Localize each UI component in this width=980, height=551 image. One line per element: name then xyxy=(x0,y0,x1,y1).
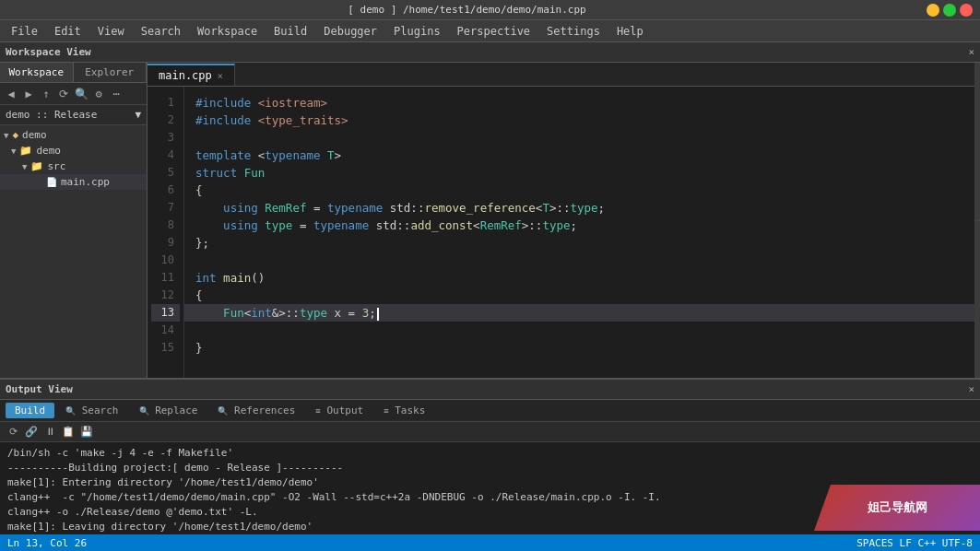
window-close-button[interactable] xyxy=(960,4,973,17)
app-body: Workspace View × Workspace Explorer ◀ ▶ … xyxy=(0,42,980,551)
tb-up-icon[interactable]: ↑ xyxy=(39,87,53,101)
root-icon: ◆ xyxy=(12,129,18,141)
menu-debugger[interactable]: Debugger xyxy=(316,23,384,40)
file-icon: 📄 xyxy=(46,177,57,187)
splitter-dots: ⋮ xyxy=(974,217,981,224)
line-num-6: 6 xyxy=(151,182,180,199)
menu-workspace[interactable]: Workspace xyxy=(190,23,265,40)
output-line-0: /bin/sh -c 'make -j 4 -e -f Makefile' xyxy=(7,446,973,461)
line-num-5: 5 xyxy=(151,164,180,182)
sidebar: Workspace Explorer ◀ ▶ ↑ ⟳ 🔍 ⚙ ⋯ demo ::… xyxy=(0,63,148,378)
menu-build[interactable]: Build xyxy=(266,23,314,40)
project-name: demo :: Release xyxy=(6,109,97,121)
out-tb-copy[interactable]: 📋 xyxy=(61,425,76,440)
sidebar-tab-explorer[interactable]: Explorer xyxy=(74,63,148,82)
editor-area: main.cpp × 1 2 3 4 5 6 7 8 9 10 11 xyxy=(148,63,974,378)
line-numbers: 1 2 3 4 5 6 7 8 9 10 11 12 13 14 15 xyxy=(148,87,184,378)
output-close-button[interactable]: × xyxy=(968,383,974,395)
menu-plugins[interactable]: Plugins xyxy=(386,23,448,40)
line-num-10: 10 xyxy=(151,252,180,269)
tb-settings-icon[interactable]: ⚙ xyxy=(91,87,106,101)
line-num-1: 1 xyxy=(151,94,180,111)
folder-icon: 📁 xyxy=(30,160,43,172)
minimize-button[interactable] xyxy=(927,4,939,17)
title-text: [ demo ] /home/test1/demo/demo/main.cpp xyxy=(7,4,927,16)
out-tb-link[interactable]: 🔗 xyxy=(24,425,39,440)
arrow-icon: ▼ xyxy=(4,131,8,140)
output-tab-output[interactable]: ≡ Output xyxy=(306,403,372,418)
line-num-15: 15 xyxy=(151,339,180,357)
replace-icon: 🔍 xyxy=(139,406,149,416)
title-bar: [ demo ] /home/test1/demo/demo/main.cpp xyxy=(0,0,980,20)
line-num-2: 2 xyxy=(151,111,180,129)
editor-scroll[interactable]: 1 2 3 4 5 6 7 8 9 10 11 12 13 14 15 #inc… xyxy=(148,87,974,378)
arrow-icon: ▼ xyxy=(11,147,16,156)
output-tabs: Build 🔍 Search 🔍 Replace 🔍 References ≡ … xyxy=(0,400,980,422)
out-tb-pause[interactable]: ⏸ xyxy=(42,425,57,440)
project-selector-arrow: ▼ xyxy=(135,109,141,121)
line-num-4: 4 xyxy=(151,147,180,164)
output-icon: ≡ xyxy=(315,406,320,416)
menu-view[interactable]: View xyxy=(90,23,132,40)
output-tab-tasks[interactable]: ≡ Tasks xyxy=(374,403,434,418)
tree-item-label: src xyxy=(47,160,65,172)
watermark: 姐己导航网 xyxy=(814,485,980,531)
editor-tabs: main.cpp × xyxy=(148,63,974,87)
project-selector[interactable]: demo :: Release ▼ xyxy=(0,105,147,125)
menu-settings[interactable]: Settings xyxy=(539,23,608,40)
output-toolbar: ⟳ 🔗 ⏸ 📋 💾 xyxy=(0,422,980,442)
output-line-2: make[1]: Entering directory '/home/test1… xyxy=(7,475,973,490)
status-right: SPACES LF C++ UTF-8 xyxy=(856,537,973,549)
status-left: Ln 13, Col 26 xyxy=(7,537,87,549)
out-tb-save[interactable]: 💾 xyxy=(79,425,94,440)
cursor-position: Ln 13, Col 26 xyxy=(7,537,87,549)
maximize-button[interactable] xyxy=(943,4,956,17)
tree-item-src-folder[interactable]: ▼ 📁 src xyxy=(0,158,147,174)
sidebar-tabs: Workspace Explorer xyxy=(0,63,147,83)
tree-item-label: demo xyxy=(36,145,61,157)
output-header: Output View × xyxy=(0,380,980,400)
output-tab-search[interactable]: 🔍 Search xyxy=(56,403,127,418)
sidebar-tab-workspace[interactable]: Workspace xyxy=(0,63,74,82)
out-tb-refresh[interactable]: ⟳ xyxy=(6,425,20,440)
search-icon-small: 🔍 xyxy=(65,406,76,416)
menu-search[interactable]: Search xyxy=(134,23,188,40)
content-area: Workspace Explorer ◀ ▶ ↑ ⟳ 🔍 ⚙ ⋯ demo ::… xyxy=(0,63,980,378)
tree-item-demo-folder[interactable]: ▼ 📁 demo xyxy=(0,143,147,158)
output-tab-replace[interactable]: 🔍 Replace xyxy=(130,403,207,418)
right-splitter[interactable]: ⋮ xyxy=(974,63,980,378)
tree-item-root[interactable]: ▼ ◆ demo xyxy=(0,127,147,143)
sidebar-toolbar: ◀ ▶ ↑ ⟳ 🔍 ⚙ ⋯ xyxy=(0,83,147,105)
ref-icon: 🔍 xyxy=(218,406,228,416)
tb-refresh-icon[interactable]: ⟳ xyxy=(56,87,71,101)
line-num-7: 7 xyxy=(151,199,180,217)
tb-back-icon[interactable]: ◀ xyxy=(4,87,18,101)
workspace-view-close[interactable]: × xyxy=(968,46,974,58)
code-content[interactable]: #include <iostream> #include <type_trait… xyxy=(184,87,974,378)
status-bar: Ln 13, Col 26 SPACES LF C++ UTF-8 xyxy=(0,534,980,551)
window-controls xyxy=(927,4,973,17)
folder-icon: 📁 xyxy=(19,145,32,157)
menu-edit[interactable]: Edit xyxy=(47,23,89,40)
output-tab-references[interactable]: 🔍 References xyxy=(208,403,304,418)
line-num-8: 8 xyxy=(151,217,180,234)
menu-file[interactable]: File xyxy=(4,23,45,40)
encoding-info: SPACES LF C++ UTF-8 xyxy=(856,537,973,549)
line-num-14: 14 xyxy=(151,322,180,339)
workspace-view-title: Workspace View xyxy=(6,46,91,58)
tree-item-label: main.cpp xyxy=(61,176,110,188)
output-tab-build[interactable]: Build xyxy=(6,403,54,418)
tree-item-main-cpp[interactable]: 📄 main.cpp xyxy=(0,174,147,190)
tb-forward-icon[interactable]: ▶ xyxy=(21,87,36,101)
arrow-icon: ▼ xyxy=(22,162,27,171)
tab-label: main.cpp xyxy=(159,69,212,82)
menu-help[interactable]: Help xyxy=(609,23,651,40)
tab-close-button[interactable]: × xyxy=(218,71,223,81)
menu-perspective[interactable]: Perspective xyxy=(450,23,537,40)
file-tree: ▼ ◆ demo ▼ 📁 demo ▼ 📁 src 📄 main xyxy=(0,125,147,378)
tb-search-icon[interactable]: 🔍 xyxy=(74,87,89,101)
line-num-13: 13 xyxy=(151,304,180,322)
tb-more-icon[interactable]: ⋯ xyxy=(109,87,124,101)
editor-tab-main-cpp[interactable]: main.cpp × xyxy=(148,64,235,86)
menu-bar: File Edit View Search Workspace Build De… xyxy=(0,20,980,42)
